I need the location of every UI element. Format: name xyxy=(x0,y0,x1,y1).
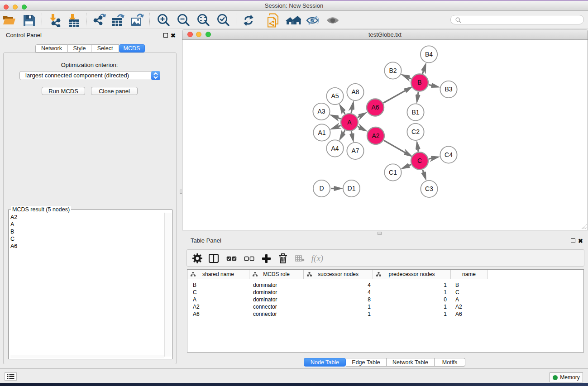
svg-text:A8: A8 xyxy=(351,88,359,95)
svg-text:C4: C4 xyxy=(445,151,453,158)
svg-text:D: D xyxy=(319,185,324,192)
svg-text:C: C xyxy=(417,157,422,164)
svg-text:B3: B3 xyxy=(445,86,452,93)
svg-text:A2: A2 xyxy=(372,132,379,139)
svg-text:C1: C1 xyxy=(389,169,397,176)
svg-text:C3: C3 xyxy=(425,185,433,192)
svg-text:B2: B2 xyxy=(389,67,397,74)
svg-text:B: B xyxy=(417,79,421,86)
svg-text:D1: D1 xyxy=(348,185,356,192)
svg-text:B1: B1 xyxy=(411,109,419,116)
svg-text:A3: A3 xyxy=(317,108,325,115)
svg-text:A4: A4 xyxy=(331,145,339,152)
svg-text:A5: A5 xyxy=(331,92,339,100)
svg-text:A7: A7 xyxy=(351,147,359,154)
svg-text:C2: C2 xyxy=(411,128,420,135)
svg-text:A: A xyxy=(347,119,352,126)
svg-text:A1: A1 xyxy=(318,129,325,136)
svg-text:A6: A6 xyxy=(371,104,379,111)
svg-text:B4: B4 xyxy=(425,51,433,58)
